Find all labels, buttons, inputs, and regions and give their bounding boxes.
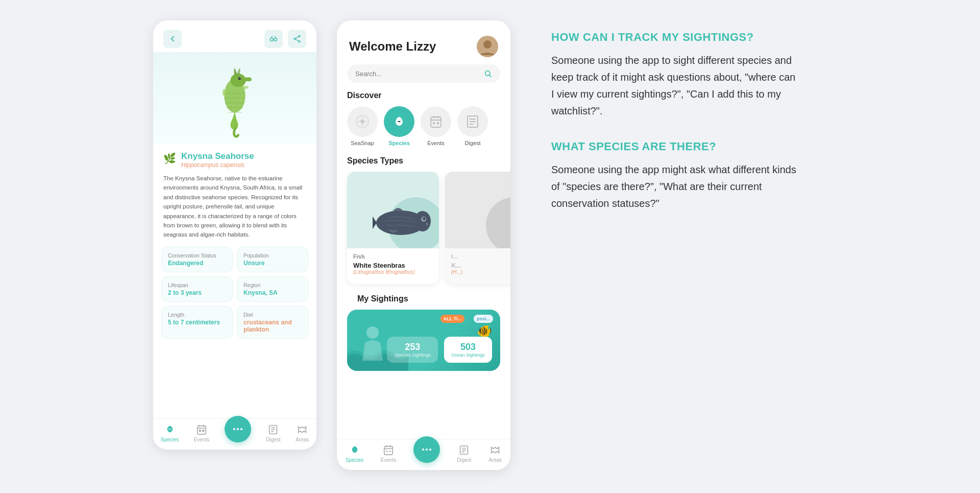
cat-circle-species bbox=[384, 106, 414, 137]
nav-label-events-1: Events bbox=[194, 437, 210, 442]
stat-label-region: Region bbox=[243, 282, 302, 288]
nav-fab-1[interactable] bbox=[225, 424, 251, 442]
svg-rect-40 bbox=[431, 117, 441, 127]
cat-label-events: Events bbox=[427, 140, 445, 146]
nav2-species[interactable]: Species bbox=[346, 444, 364, 463]
areas-nav-icon bbox=[297, 424, 308, 435]
nav-species-1[interactable]: Species bbox=[161, 424, 179, 442]
fish-image-area bbox=[347, 172, 439, 248]
nav2-events-label: Events bbox=[381, 457, 397, 463]
search-input[interactable] bbox=[355, 70, 480, 78]
svg-point-38 bbox=[361, 117, 363, 119]
ocean-count: 503 bbox=[451, 342, 485, 353]
svg-point-4 bbox=[299, 41, 300, 42]
svg-point-36 bbox=[358, 121, 360, 123]
stat-region: Region Knysna, SA bbox=[237, 276, 308, 302]
category-row: SeaSnap Species bbox=[337, 106, 510, 156]
leaf-icon: 🌿 bbox=[163, 152, 176, 165]
cat-label-digest: Digest bbox=[464, 140, 480, 146]
nav2-events[interactable]: Events bbox=[381, 444, 397, 463]
discover-label: Discover bbox=[337, 91, 510, 106]
species-nav-icon bbox=[164, 424, 176, 435]
next-latin-name: (H...) bbox=[451, 269, 510, 275]
seasnap-icon bbox=[355, 114, 370, 129]
cat-circle-seasnap bbox=[347, 106, 378, 137]
nav2-areas[interactable]: Areas bbox=[488, 444, 502, 463]
svg-point-39 bbox=[361, 124, 363, 126]
species-category-label: Fish bbox=[353, 253, 433, 260]
species-card-next[interactable]: I... K... (H...) bbox=[445, 172, 510, 284]
species-icon bbox=[392, 114, 406, 129]
svg-point-61 bbox=[422, 449, 424, 451]
svg-point-3 bbox=[294, 38, 296, 40]
cat-digest[interactable]: Digest bbox=[457, 106, 488, 146]
stat-conservation: Conservation Status Endangered bbox=[161, 247, 233, 272]
cat-circle-events bbox=[421, 106, 451, 137]
species-card-fish[interactable]: Fish White Steenbras (Lithognathus litho… bbox=[347, 172, 439, 284]
species-types-row: Fish White Steenbras (Lithognathus litho… bbox=[337, 172, 510, 294]
stat-label-length: Length bbox=[168, 312, 226, 318]
fish-emoji-badge: 🐠 bbox=[477, 324, 492, 338]
fab-icon-1[interactable] bbox=[225, 416, 251, 442]
species-latin-fish: (Lithognathus lithognathus) bbox=[353, 269, 433, 275]
species-type-info-next: I... K... (H...) bbox=[445, 248, 510, 280]
svg-point-23 bbox=[233, 428, 235, 430]
faq-answer-2: Someone using the app might ask what dif… bbox=[551, 161, 796, 212]
svg-line-6 bbox=[296, 37, 298, 38]
nav2-species-icon bbox=[349, 444, 360, 456]
stat-label-conservation: Conservation Status bbox=[168, 252, 226, 259]
fab-dots-icon-2 bbox=[421, 443, 433, 456]
next-common-name: K... bbox=[451, 262, 510, 269]
cat-label-seasnap: SeaSnap bbox=[351, 140, 374, 146]
stat-lifespan: Lifespan 2 to 3 years bbox=[161, 276, 233, 302]
svg-rect-22 bbox=[203, 430, 204, 432]
faq-block-2: WHAT SPECIES ARE THERE? Someone using th… bbox=[551, 140, 796, 212]
stat-diet: Diet crustaceans and plankton bbox=[237, 306, 308, 339]
cat-label-species: Species bbox=[388, 140, 410, 146]
stat-value-length: 5 to 7 centimeters bbox=[168, 319, 226, 326]
fab-btn-2[interactable] bbox=[413, 436, 440, 463]
stat-label-diet: Diet bbox=[243, 312, 302, 318]
user-avatar[interactable] bbox=[477, 36, 498, 57]
svg-rect-44 bbox=[433, 122, 435, 124]
search-bar[interactable] bbox=[347, 64, 500, 83]
nav2-fab[interactable] bbox=[413, 444, 440, 463]
svg-point-1 bbox=[274, 38, 277, 41]
faq-question-2: WHAT SPECIES ARE THERE? bbox=[551, 140, 796, 153]
nav2-species-label: Species bbox=[346, 457, 364, 463]
species-latin-name: Hippocampus capensis bbox=[181, 161, 254, 169]
stat-value-conservation: Endangered bbox=[168, 260, 226, 267]
seahorse-image bbox=[212, 57, 258, 139]
stat-label-population: Population bbox=[243, 252, 302, 259]
svg-point-53 bbox=[423, 218, 425, 220]
search-icon bbox=[484, 69, 492, 78]
nav2-events-icon bbox=[383, 444, 394, 456]
digest-nav-icon bbox=[267, 424, 279, 435]
cat-events[interactable]: Events bbox=[421, 106, 451, 146]
nav-areas-1[interactable]: Areas bbox=[296, 424, 309, 442]
bottom-nav-2: Species Events bbox=[337, 439, 510, 470]
stat-value-population: Unsure bbox=[243, 260, 302, 267]
nav2-digest-icon bbox=[458, 444, 470, 456]
nav-label-species-1: Species bbox=[161, 437, 179, 442]
cat-seasnap[interactable]: SeaSnap bbox=[347, 106, 378, 146]
svg-rect-9 bbox=[241, 78, 252, 82]
nav-digest-1[interactable]: Digest bbox=[266, 424, 280, 442]
share-button[interactable] bbox=[288, 30, 306, 48]
species-type-info-fish: Fish White Steenbras (Lithognathus litho… bbox=[347, 248, 439, 280]
nav2-digest[interactable]: Digest bbox=[457, 444, 471, 463]
back-button[interactable] bbox=[163, 30, 182, 48]
nav-events-1[interactable]: Events bbox=[194, 424, 210, 442]
svg-point-35 bbox=[360, 120, 364, 124]
svg-rect-17 bbox=[198, 426, 206, 435]
svg-rect-60 bbox=[389, 451, 391, 452]
avatar-image bbox=[477, 36, 498, 57]
sightings-section: My Sightings ALL TI... psst... 🐠 253 bbox=[337, 294, 510, 371]
svg-point-2 bbox=[299, 35, 300, 37]
sightings-card[interactable]: ALL TI... psst... 🐠 253 Species Sighting… bbox=[347, 310, 500, 371]
binoculars-button[interactable] bbox=[264, 30, 283, 48]
cat-species[interactable]: Species bbox=[384, 106, 414, 146]
faq-question-1: HOW CAN I TRACK MY SIGHTINGS? bbox=[551, 31, 796, 44]
phone-card-seahorse: 🌿 Knysna Seahorse Hippocampus capensis T… bbox=[153, 20, 316, 450]
welcome-title: Welcome Lizzy bbox=[349, 39, 436, 54]
